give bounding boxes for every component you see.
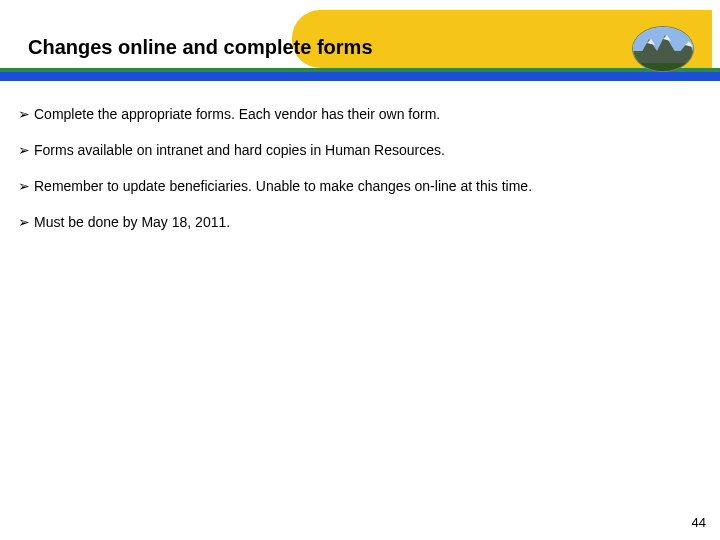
page-title: Changes online and complete forms xyxy=(28,36,373,59)
bullet-text: Remember to update beneficiaries. Unable… xyxy=(34,178,532,194)
list-item: ➢ Complete the appropriate forms. Each v… xyxy=(18,106,702,122)
chevron-right-icon: ➢ xyxy=(18,178,30,194)
chevron-right-icon: ➢ xyxy=(18,214,30,230)
mountain-logo xyxy=(632,26,694,72)
blue-stripe xyxy=(0,72,720,81)
list-item: ➢ Forms available on intranet and hard c… xyxy=(18,142,702,158)
list-item: ➢ Must be done by May 18, 2011. xyxy=(18,214,702,230)
bullet-text: Complete the appropriate forms. Each ven… xyxy=(34,106,440,122)
bullet-text: Must be done by May 18, 2011. xyxy=(34,214,230,230)
bullet-list: ➢ Complete the appropriate forms. Each v… xyxy=(0,78,720,230)
header: Changes online and complete forms xyxy=(0,0,720,78)
chevron-right-icon: ➢ xyxy=(18,142,30,158)
chevron-right-icon: ➢ xyxy=(18,106,30,122)
page-number: 44 xyxy=(692,515,706,530)
list-item: ➢ Remember to update beneficiaries. Unab… xyxy=(18,178,702,194)
bullet-text: Forms available on intranet and hard cop… xyxy=(34,142,445,158)
